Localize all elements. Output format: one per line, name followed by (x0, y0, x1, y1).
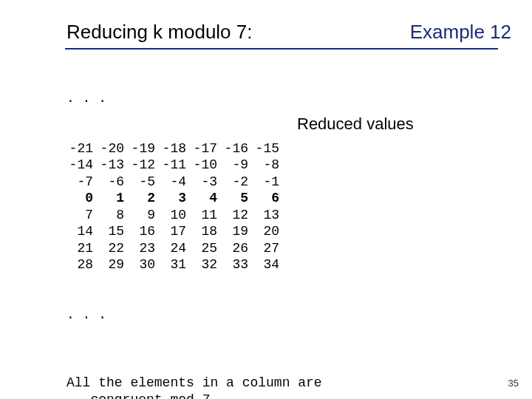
table-cell: 12 (222, 207, 253, 224)
table-cell: 14 (66, 223, 98, 240)
table-cell: 5 (222, 190, 253, 207)
modulo-table: . . . -21-20-19-18-17-16-15-14-13-12-11-… (66, 57, 497, 373)
table-row: 21222324252627 (66, 240, 284, 257)
table-row: 0123456 (66, 190, 284, 207)
table-cell: -5 (129, 174, 160, 191)
table-cell: 34 (253, 256, 284, 273)
table-cell: 25 (191, 240, 222, 257)
table-cell: 33 (222, 256, 253, 273)
page-number: 35 (508, 378, 519, 389)
table-cell: -2 (222, 174, 253, 191)
table-cell: 6 (253, 190, 284, 207)
table-cell: -17 (191, 140, 222, 157)
table-cell: -4 (160, 174, 191, 191)
table-row: -21-20-19-18-17-16-15 (66, 140, 284, 157)
ellipsis-top: . . . (66, 90, 497, 107)
table-row: -14-13-12-11-10-9-8 (66, 157, 284, 174)
table-cell: -11 (160, 157, 191, 174)
table-cell: 24 (160, 240, 191, 257)
table-cell: -15 (253, 140, 284, 157)
table-cell: 31 (160, 256, 191, 273)
table-cell: 18 (191, 223, 222, 240)
table-cell: 1 (98, 190, 129, 207)
table-cell: -20 (98, 140, 129, 157)
table-cell: 26 (222, 240, 253, 257)
table-cell: 20 (253, 223, 284, 240)
table-cell: -7 (66, 174, 98, 191)
table-cell: 28 (66, 256, 98, 273)
table-row: 28293031323334 (66, 256, 284, 273)
table-cell: -14 (66, 157, 98, 174)
table-cell: -10 (191, 157, 222, 174)
table-cell: 9 (129, 207, 160, 224)
table-cell: -6 (98, 174, 129, 191)
table-cell: 2 (129, 190, 160, 207)
table-cell: 17 (160, 223, 191, 240)
table-cell: -18 (160, 140, 191, 157)
table-cell: -3 (191, 174, 222, 191)
table-cell: 4 (191, 190, 222, 207)
table-cell: 11 (191, 207, 222, 224)
table-cell: -1 (253, 174, 284, 191)
table-cell: 3 (160, 190, 191, 207)
table-cell: 32 (191, 256, 222, 273)
example-number: Example 12 (410, 21, 511, 44)
table-cell: 22 (98, 240, 129, 257)
reduced-values-label: Reduced values (297, 114, 414, 134)
table-cell: -13 (98, 157, 129, 174)
table-cell: 30 (129, 256, 160, 273)
slide-title: Reducing k modulo 7: (66, 21, 252, 44)
congruent-statement: All the elements in a column are congrue… (66, 375, 497, 400)
title-underline (65, 48, 498, 50)
table-cell: -9 (222, 157, 253, 174)
table-cell: 13 (253, 207, 284, 224)
table-cell: 23 (129, 240, 160, 257)
table-cell: 10 (160, 207, 191, 224)
table-cell: 15 (98, 223, 129, 240)
table-cell: 0 (66, 190, 98, 207)
table-cell: 19 (222, 223, 253, 240)
table-cell: -21 (66, 140, 98, 157)
table-cell: 29 (98, 256, 129, 273)
table-row: 14151617181920 (66, 223, 284, 240)
table-row: -7-6-5-4-3-2-1 (66, 174, 284, 191)
table-cell: 21 (66, 240, 98, 257)
table-cell: -12 (129, 157, 160, 174)
table-cell: -8 (253, 157, 284, 174)
table-cell: 16 (129, 223, 160, 240)
table-row: 78910111213 (66, 207, 284, 224)
table-cell: 8 (98, 207, 129, 224)
table-cell: -19 (129, 140, 160, 157)
table-cell: 7 (66, 207, 98, 224)
ellipsis-bottom: . . . (66, 307, 497, 324)
table-cell: -16 (222, 140, 253, 157)
table-cell: 27 (253, 240, 284, 257)
